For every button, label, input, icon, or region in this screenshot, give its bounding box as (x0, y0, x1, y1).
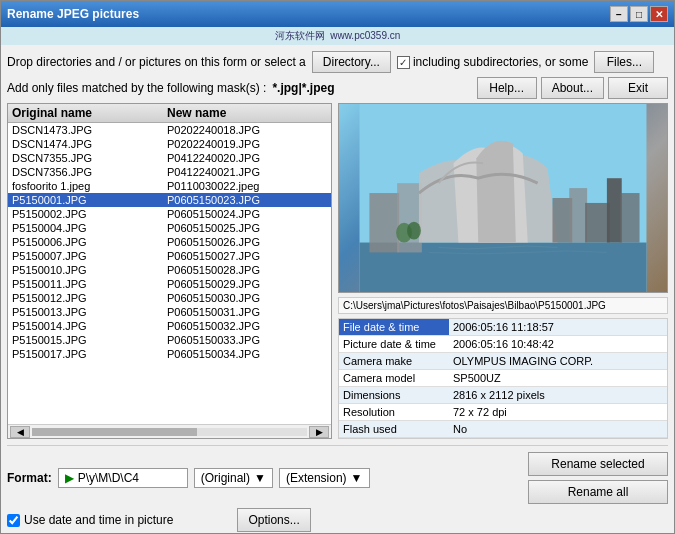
right-panel: C:\Users\jma\Pictures\fotos\Paisajes\Bil… (338, 103, 668, 439)
info-value: 72 x 72 dpi (449, 404, 667, 421)
rename-selected-button[interactable]: Rename selected (528, 452, 668, 476)
file-original-name: P5150004.JPG (12, 222, 167, 234)
file-new-name: P0605150029.JPG (167, 278, 327, 290)
file-original-name: P5150006.JPG (12, 236, 167, 248)
include-subdirs-checkbox[interactable]: ✓ (397, 56, 410, 69)
info-row: Flash usedNo (339, 421, 667, 438)
file-list[interactable]: DSCN1473.JPGP0202240018.JPGDSCN1474.JPGP… (8, 123, 331, 424)
table-row[interactable]: P5150001.JPGP0605150023.JPG (8, 193, 331, 207)
file-new-name: P0605150028.JPG (167, 264, 327, 276)
use-date-checkbox[interactable] (7, 514, 20, 527)
col-new-name: New name (167, 106, 327, 120)
files-button[interactable]: Files... (594, 51, 654, 73)
table-row[interactable]: DSCN1474.JPGP0202240019.JPG (8, 137, 331, 151)
info-row: Resolution72 x 72 dpi (339, 404, 667, 421)
file-new-name: P0605150031.JPG (167, 306, 327, 318)
file-new-name: P0605150027.JPG (167, 250, 327, 262)
info-value: 2816 x 2112 pixels (449, 387, 667, 404)
file-original-name: P5150010.JPG (12, 264, 167, 276)
original-dropdown[interactable]: (Original) ▼ (194, 468, 273, 488)
file-original-name: P5150013.JPG (12, 306, 167, 318)
table-row[interactable]: P5150004.JPGP0605150025.JPG (8, 221, 331, 235)
table-row[interactable]: P5150006.JPGP0605150026.JPG (8, 235, 331, 249)
svg-rect-6 (585, 203, 610, 243)
file-new-name: P0412240020.JPG (167, 152, 327, 164)
table-row[interactable]: DSCN7355.JPGP0412240020.JPG (8, 151, 331, 165)
file-original-name: P5150014.JPG (12, 320, 167, 332)
file-new-name: P0110030022.jpeg (167, 180, 327, 192)
table-row[interactable]: fosfoorito 1.jpegP0110030022.jpeg (8, 179, 331, 193)
extension-dropdown[interactable]: (Extension) ▼ (279, 468, 370, 488)
watermark: 河东软件网 www.pc0359.cn (1, 27, 674, 45)
info-key: Camera make (339, 353, 449, 370)
close-button[interactable]: ✕ (650, 6, 668, 22)
file-original-name: DSCN7355.JPG (12, 152, 167, 164)
svg-point-10 (407, 222, 421, 240)
svg-rect-3 (397, 183, 422, 252)
rename-all-button[interactable]: Rename all (528, 480, 668, 504)
exit-button[interactable]: Exit (608, 77, 668, 99)
info-key: Resolution (339, 404, 449, 421)
file-new-name: P0605150023.JPG (167, 194, 327, 206)
file-new-name: P0605150025.JPG (167, 222, 327, 234)
top-toolbar: Drop directories and / or pictures on th… (7, 51, 668, 73)
file-original-name: DSCN1474.JPG (12, 138, 167, 150)
table-row[interactable]: P5150007.JPGP0605150027.JPG (8, 249, 331, 263)
hscroll-right[interactable]: ▶ (309, 426, 329, 438)
info-key: Picture date & time (339, 336, 449, 353)
options-button[interactable]: Options... (237, 508, 310, 532)
use-date-label: Use date and time in picture (24, 513, 173, 527)
hscroll-thumb[interactable] (32, 428, 197, 436)
window-controls: − □ ✕ (610, 6, 668, 22)
hscroll-area[interactable]: ◀ ▶ (8, 424, 331, 438)
directory-button[interactable]: Directory... (312, 51, 391, 73)
table-row[interactable]: DSCN1473.JPGP0202240018.JPG (8, 123, 331, 137)
format-row: Format: ▶ P\y\M\D\C4 (Original) ▼ (Exten… (7, 452, 668, 504)
hscroll-track[interactable] (32, 428, 307, 436)
format-value: P\y\M\D\C4 (78, 471, 139, 485)
about-button[interactable]: About... (541, 77, 604, 99)
table-row[interactable]: P5150011.JPGP0605150029.JPG (8, 277, 331, 291)
table-row[interactable]: P5150013.JPGP0605150031.JPG (8, 305, 331, 319)
file-info-table: File date & time2006:05:16 11:18:57Pictu… (338, 318, 668, 439)
extension-dropdown-arrow: ▼ (351, 471, 363, 485)
table-row[interactable]: P5150012.JPGP0605150030.JPG (8, 291, 331, 305)
help-button[interactable]: Help... (477, 77, 537, 99)
table-row[interactable]: P5150015.JPGP0605150033.JPG (8, 333, 331, 347)
svg-rect-2 (369, 193, 399, 252)
table-row[interactable]: P5150002.JPGP0605150024.JPG (8, 207, 331, 221)
info-key: Dimensions (339, 387, 449, 404)
hscroll-left[interactable]: ◀ (10, 426, 30, 438)
info-value: SP500UZ (449, 370, 667, 387)
info-key: Camera model (339, 370, 449, 387)
file-new-name: P0202240018.JPG (167, 124, 327, 136)
file-original-name: P5150002.JPG (12, 208, 167, 220)
file-original-name: P5150007.JPG (12, 250, 167, 262)
format-input[interactable]: ▶ P\y\M\D\C4 (58, 468, 188, 488)
file-list-panel: Original name New name DSCN1473.JPGP0202… (7, 103, 332, 439)
file-original-name: DSCN7356.JPG (12, 166, 167, 178)
table-row[interactable]: P5150014.JPGP0605150032.JPG (8, 319, 331, 333)
mask-label: Add only files matched by the following … (7, 81, 266, 95)
list-header: Original name New name (8, 104, 331, 123)
col-original-name: Original name (12, 106, 167, 120)
file-new-name: P0605150030.JPG (167, 292, 327, 304)
window-title: Rename JPEG pictures (7, 7, 139, 21)
info-value: OLYMPUS IMAGING CORP. (449, 353, 667, 370)
table-row[interactable]: P5150017.JPGP0605150034.JPG (8, 347, 331, 361)
table-row[interactable]: DSCN7356.JPGP0412240021.JPG (8, 165, 331, 179)
maximize-button[interactable]: □ (630, 6, 648, 22)
file-new-name: P0412240021.JPG (167, 166, 327, 178)
file-original-name: DSCN1473.JPG (12, 124, 167, 136)
drop-instruction: Drop directories and / or pictures on th… (7, 55, 306, 69)
main-area: Original name New name DSCN1473.JPGP0202… (7, 103, 668, 439)
mask-toolbar: Add only files matched by the following … (7, 77, 668, 99)
title-bar: Rename JPEG pictures − □ ✕ (1, 1, 674, 27)
file-original-name: P5150017.JPG (12, 348, 167, 360)
include-subdirs-area: ✓ including subdirectories, or some (397, 55, 588, 69)
minimize-button[interactable]: − (610, 6, 628, 22)
file-new-name: P0605150034.JPG (167, 348, 327, 360)
file-original-name: P5150012.JPG (12, 292, 167, 304)
info-table-inner: File date & time2006:05:16 11:18:57Pictu… (339, 319, 667, 438)
table-row[interactable]: P5150010.JPGP0605150028.JPG (8, 263, 331, 277)
